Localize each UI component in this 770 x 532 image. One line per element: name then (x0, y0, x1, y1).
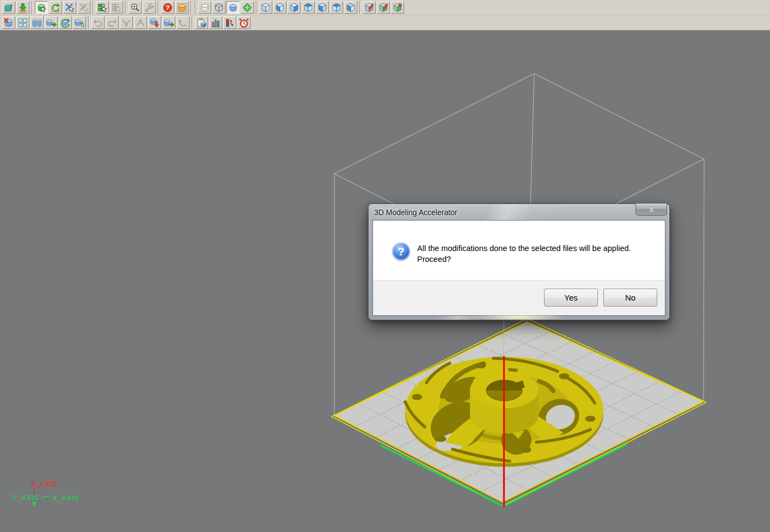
paste-part-button[interactable] (195, 16, 208, 29)
view-right-button[interactable] (316, 1, 329, 14)
wireframe-view-button[interactable] (198, 1, 211, 14)
no-button[interactable]: No (603, 289, 657, 307)
collapse-button-disabled[interactable] (120, 16, 133, 29)
send-part-button[interactable] (162, 16, 175, 29)
save-parts-button[interactable] (16, 1, 29, 14)
fit-view-button[interactable] (241, 1, 254, 14)
export-part-icon (46, 17, 57, 28)
drop-part-icon (149, 17, 160, 28)
build-time-icon (239, 17, 249, 28)
paste-part-icon (196, 17, 207, 28)
copy-part-button[interactable] (73, 16, 86, 29)
close-icon: X (649, 205, 654, 213)
svg-text:?: ? (166, 4, 170, 11)
repair-part-icon (378, 2, 389, 13)
dialog-prompt: Proceed? (417, 254, 631, 265)
bounding-box-view-icon (213, 2, 224, 13)
select-part-button[interactable] (35, 1, 48, 14)
shaded-view-icon (228, 2, 239, 13)
expand-icon (135, 17, 146, 28)
toolbar-separator (125, 1, 126, 14)
help-icon: ? (162, 2, 173, 13)
revert-icon (178, 17, 188, 28)
view-front-icon (274, 2, 285, 13)
export-part-button[interactable] (45, 16, 58, 29)
render-solid-button[interactable] (175, 1, 188, 14)
toolbar-row-1: ? (0, 0, 770, 15)
transform-part-icon (78, 2, 89, 13)
verify-part-button[interactable] (363, 1, 376, 14)
dialog-message: All the modifications done to the select… (417, 243, 631, 254)
view-isometric-icon (260, 2, 271, 13)
shaded-view-button[interactable] (227, 1, 240, 14)
view-left-icon (303, 2, 314, 13)
measure-icon (144, 2, 155, 13)
load-parts-button[interactable] (2, 1, 15, 14)
view-top-icon (331, 2, 342, 13)
select-shells-icon (97, 2, 108, 13)
yes-button[interactable]: Yes (544, 289, 598, 307)
toolbar-separator (359, 1, 360, 14)
fit-view-icon (242, 2, 253, 13)
auto-fix-button[interactable] (391, 1, 404, 14)
undo-icon (93, 17, 103, 28)
sort-z-button[interactable]: z (223, 16, 236, 29)
build-time-button[interactable] (237, 16, 250, 29)
toolbar-separator (191, 1, 192, 14)
repair-part-button[interactable] (377, 1, 390, 14)
duplicate-part-button[interactable] (30, 16, 44, 29)
help-button[interactable]: ? (161, 1, 174, 14)
drop-part-button[interactable] (148, 16, 161, 29)
auto-fix-icon (392, 2, 403, 13)
copy-part-icon (74, 17, 85, 28)
transform-part-button-disabled[interactable] (77, 1, 90, 14)
dialog-titlebar[interactable]: 3D Modeling Accelerator X (369, 204, 669, 220)
transform-part-icon (64, 2, 75, 13)
sort-z-icon: z (224, 17, 235, 28)
undo-button-disabled[interactable] (91, 16, 105, 29)
send-part-icon (163, 17, 174, 28)
dialog-title: 3D Modeling Accelerator (374, 208, 457, 217)
select-all-button[interactable] (16, 16, 29, 29)
view-bottom-button[interactable] (344, 1, 357, 14)
expand-button-disabled[interactable] (134, 16, 147, 29)
toolbar-separator (93, 1, 94, 14)
view-back-button[interactable] (288, 1, 301, 14)
transform-part-button[interactable] (63, 1, 76, 14)
toolbar-separator (158, 1, 159, 14)
toolbar-separator (195, 1, 196, 14)
viewport-3d[interactable]: Z_AXIS Y_AXIS X_AXIS 3D Modeling Acceler… (0, 30, 770, 532)
render-solid-icon (176, 2, 187, 13)
verify-part-icon (364, 2, 375, 13)
dialog-body: ? All the modifications done to the sele… (372, 220, 665, 316)
select-shells-button-disabled[interactable] (110, 1, 123, 14)
select-shells-icon (111, 2, 122, 13)
close-button[interactable]: X (635, 204, 667, 216)
reload-part-button[interactable] (59, 16, 72, 29)
reload-part-icon (60, 17, 71, 28)
rotate-part-button[interactable] (49, 1, 62, 14)
measure-button-disabled[interactable] (143, 1, 156, 14)
statistics-button[interactable] (209, 16, 222, 29)
application-window: ? z Z_AXIS Y_AXIS X_AXIS (0, 0, 770, 532)
zoom-in-button[interactable] (129, 1, 142, 14)
svg-text:z: z (230, 18, 232, 23)
view-top-button[interactable] (330, 1, 343, 14)
select-part-icon (36, 2, 47, 13)
dialog-message-area: ? All the modifications done to the sele… (373, 221, 665, 280)
redo-button-disabled[interactable] (106, 16, 119, 29)
duplicate-part-icon (32, 17, 42, 28)
view-isometric-button[interactable] (259, 1, 272, 14)
view-right-icon (317, 2, 328, 13)
delete-part-button[interactable] (2, 16, 15, 29)
delete-part-icon (3, 17, 14, 28)
view-front-button[interactable] (273, 1, 286, 14)
select-all-icon (17, 17, 28, 28)
dialog-button-row: Yes No (373, 280, 665, 315)
select-shells-button[interactable] (96, 1, 109, 14)
zoom-in-icon (130, 2, 140, 13)
dialog-message-text: All the modifications done to the select… (417, 242, 631, 280)
bounding-box-view-button[interactable] (212, 1, 225, 14)
revert-button-disabled[interactable] (176, 16, 190, 29)
view-left-button[interactable] (302, 1, 315, 14)
